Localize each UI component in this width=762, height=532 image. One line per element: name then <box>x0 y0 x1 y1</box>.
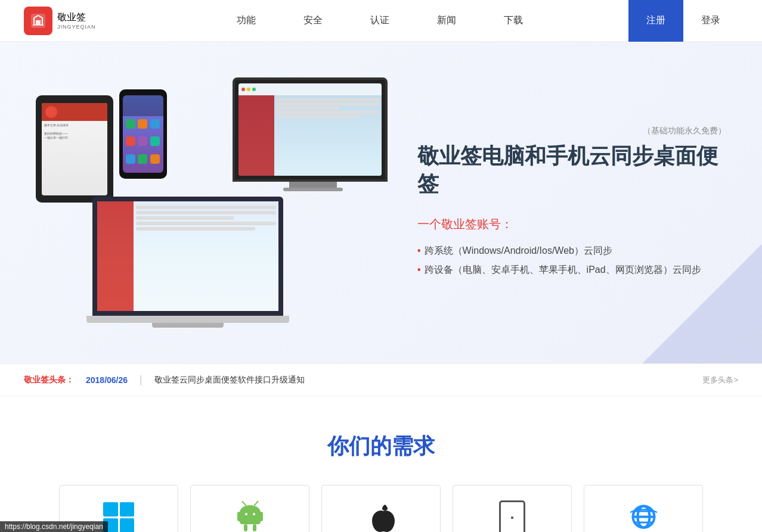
hero-feature1-text: 跨系统（Windows/Android/Ios/Web）云同步 <box>425 241 612 260</box>
apple-icon <box>363 500 399 533</box>
ticker-more-link[interactable]: 更多头条> <box>702 375 738 385</box>
news-ticker: 敬业签头条： 2018/06/26 | 敬业签云同步桌面便签软件接口升级通知 更… <box>0 363 762 396</box>
hero-account-label: 一个敬业签账号： <box>417 216 726 232</box>
phone-device <box>119 89 167 179</box>
hero-devices-area: 随手记录 自动保存 更好的帮助您—— 一键分享一键打印 <box>36 77 394 328</box>
demand-cards: Windows Android <box>24 485 738 532</box>
demand-title: 你们的需求 <box>24 432 738 461</box>
svg-rect-2 <box>237 512 241 521</box>
hero-content: （基础功能永久免费） 敬业签电脑和手机云同步桌面便签 一个敬业签账号： • 跨系… <box>394 126 726 279</box>
hero-devices: 随手记录 自动保存 更好的帮助您—— 一键分享一键打印 <box>36 77 394 328</box>
demand-card-android[interactable]: Android <box>190 485 309 532</box>
hero-feature2-text: 跨设备（电脑、安卓手机、苹果手机、iPad、网页浏览器）云同步 <box>425 260 701 279</box>
svg-rect-1 <box>36 20 41 25</box>
nav-download[interactable]: 下载 <box>504 11 523 30</box>
demand-card-ipad[interactable]: IPad <box>453 485 572 532</box>
monitor-device <box>233 77 394 191</box>
demand-card-iphone[interactable]: IPhone <box>321 485 441 532</box>
hero-feature1: • 跨系统（Windows/Android/Ios/Web）云同步 <box>417 241 726 260</box>
svg-rect-7 <box>253 524 256 531</box>
nav-news[interactable]: 新闻 <box>437 11 456 30</box>
ipad-icon <box>494 500 530 533</box>
svg-rect-6 <box>244 524 247 531</box>
register-button[interactable]: 注册 <box>628 0 683 42</box>
svg-rect-3 <box>259 512 263 521</box>
ticker-content: 敬业签云同步桌面便签软件接口升级通知 <box>154 375 691 385</box>
main-nav: 功能 安全 认证 新闻 下载 <box>132 11 628 30</box>
ticker-divider: | <box>140 374 143 386</box>
logo-area: 敬业签 JINGYEQIAN <box>24 7 96 35</box>
nav-cert[interactable]: 认证 <box>370 11 389 30</box>
nav-function[interactable]: 功能 <box>237 11 256 30</box>
laptop-device <box>83 197 292 328</box>
bullet2: • <box>417 260 421 279</box>
tablet-device: 随手记录 自动保存 更好的帮助您—— 一键分享一键打印 <box>36 95 113 203</box>
logo-cn: 敬业签 <box>57 11 96 24</box>
android-icon <box>232 500 268 533</box>
logo-icon <box>24 7 52 35</box>
hero-subtitle: （基础功能永久免费） <box>417 126 726 136</box>
nav-security[interactable]: 安全 <box>303 11 323 30</box>
svg-point-4 <box>245 513 247 515</box>
bullet1: • <box>417 241 421 260</box>
ticker-date: 2018/06/26 <box>86 375 128 385</box>
header: 敬业签 JINGYEQIAN 功能 安全 认证 新闻 下载 注册 登录 <box>0 0 762 42</box>
logo-en: JINGYEQIAN <box>57 24 96 30</box>
ie-icon <box>625 499 661 533</box>
hero-title: 敬业签电脑和手机云同步桌面便签 <box>417 142 726 198</box>
demand-card-web[interactable]: 网页版 <box>584 485 703 532</box>
logo-text: 敬业签 JINGYEQIAN <box>57 11 96 30</box>
svg-point-5 <box>253 513 255 515</box>
login-button[interactable]: 登录 <box>683 0 738 42</box>
status-url: https://blog.csdn.net/jingyeqian <box>5 522 103 531</box>
header-actions: 注册 登录 <box>628 0 738 42</box>
hero-section: 随手记录 自动保存 更好的帮助您—— 一键分享一键打印 <box>0 42 762 363</box>
ticker-label: 敬业签头条： <box>24 375 74 385</box>
demand-section: 你们的需求 Windows <box>0 396 762 532</box>
hero-feature2: • 跨设备（电脑、安卓手机、苹果手机、iPad、网页浏览器）云同步 <box>417 260 726 279</box>
tablet-content-text: 随手记录 自动保存 更好的帮助您—— 一键分享一键打印 <box>44 123 105 140</box>
status-bar: https://blog.csdn.net/jingyeqian <box>0 521 108 532</box>
